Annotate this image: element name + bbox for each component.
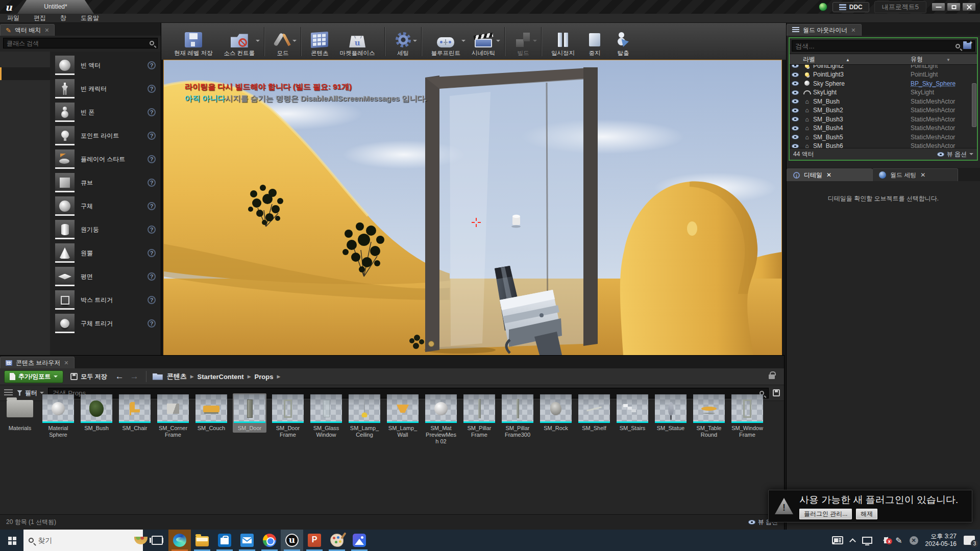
visibility-eye-icon[interactable] bbox=[792, 90, 799, 95]
tab-place-actors[interactable]: ✎ 액터 배치 ✕ bbox=[0, 24, 55, 36]
toolbar-button[interactable] bbox=[384, 27, 385, 56]
tab-world-outliner[interactable]: 월드 아웃라이너 ✕ bbox=[787, 24, 862, 36]
menu-item[interactable]: 창 bbox=[53, 14, 74, 22]
taskbar-app-button[interactable] bbox=[168, 530, 191, 551]
asset-tile[interactable]: SM_Bush bbox=[80, 393, 113, 433]
taskbar-app-button[interactable] bbox=[348, 530, 371, 551]
outliner-search-box[interactable] bbox=[792, 40, 975, 52]
close-button[interactable] bbox=[962, 3, 976, 11]
placeable-actor-item[interactable]: 포인트 라이트 bbox=[50, 124, 161, 147]
actor-type[interactable]: StaticMeshActor bbox=[911, 124, 977, 132]
outliner-row[interactable]: SM_Bush5 StaticMeshActor bbox=[790, 133, 977, 142]
help-icon[interactable] bbox=[148, 132, 156, 140]
visibility-eye-icon[interactable] bbox=[792, 81, 799, 86]
placeable-actor-item[interactable]: 평면 bbox=[50, 265, 161, 288]
tab-content-browser[interactable]: 콘텐츠 브라우저 ✕ bbox=[0, 357, 75, 368]
asset-tile[interactable]: SM_Chair bbox=[118, 393, 152, 433]
minimize-button[interactable] bbox=[932, 3, 945, 11]
tab-world-settings[interactable]: 월드 세팅 ✕ bbox=[872, 168, 958, 181]
menu-item[interactable]: 도움말 bbox=[74, 14, 106, 22]
outliner-row[interactable]: PointLight3 PointLight bbox=[790, 70, 977, 80]
placeable-actor-item[interactable]: 빈 액터 bbox=[50, 54, 161, 77]
toolbar-button[interactable] bbox=[504, 27, 505, 56]
asset-tile[interactable]: SM_Pillar Frame300 bbox=[501, 393, 534, 439]
outliner-search-input[interactable] bbox=[795, 42, 952, 50]
actor-type[interactable]: PointLight bbox=[911, 71, 977, 78]
toolbar-button[interactable] bbox=[421, 27, 422, 56]
toolbar-button[interactable] bbox=[264, 27, 265, 56]
help-icon[interactable] bbox=[148, 202, 156, 210]
toolbar-button[interactable]: 모드 bbox=[268, 24, 297, 59]
tab-close-icon[interactable]: ✕ bbox=[64, 360, 68, 366]
visibility-eye-icon[interactable] bbox=[792, 99, 799, 104]
lock-icon[interactable] bbox=[769, 374, 775, 379]
taskbar-app-button[interactable] bbox=[146, 530, 168, 551]
taskbar-app-button[interactable] bbox=[236, 530, 258, 551]
outliner-scrollbar[interactable] bbox=[972, 83, 976, 127]
actor-category[interactable] bbox=[0, 80, 50, 93]
actor-type[interactable]: StaticMeshActor bbox=[911, 134, 977, 141]
help-icon[interactable] bbox=[148, 296, 156, 304]
actor-type[interactable]: BP_Sky_Sphere bbox=[911, 80, 977, 87]
placeable-actor-item[interactable]: 빈 캐릭터 bbox=[50, 77, 161, 101]
manage-plugins-button[interactable]: 플러그인 관리... bbox=[799, 509, 852, 519]
toolbar-button[interactable] bbox=[301, 27, 302, 56]
asset-tile[interactable]: SM_Statue bbox=[654, 393, 688, 433]
help-icon[interactable] bbox=[148, 319, 156, 328]
breadcrumb-item[interactable]: 콘텐츠▶ bbox=[167, 372, 194, 381]
toolbar-button[interactable]: 소스 컨트롤 bbox=[218, 24, 260, 59]
toolbar-button[interactable]: 중지 bbox=[580, 24, 609, 59]
outliner-row[interactable]: PointLight2 PointLight bbox=[790, 65, 977, 70]
network-icon[interactable] bbox=[862, 537, 872, 544]
asset-tile[interactable]: SM_Door Frame bbox=[271, 393, 305, 439]
dropdown-caret-icon[interactable] bbox=[533, 40, 537, 44]
placeable-actor-item[interactable]: 구체 트리거 bbox=[50, 312, 161, 335]
asset-tile[interactable]: SM_Lamp_ Ceiling bbox=[348, 393, 381, 439]
actor-category[interactable] bbox=[0, 67, 50, 80]
taskbar-search-box[interactable] bbox=[23, 530, 143, 551]
placeable-actor-item[interactable]: 빈 폰 bbox=[50, 101, 161, 124]
asset-tile[interactable]: SM_Rock bbox=[539, 393, 573, 433]
taskbar-app-button[interactable] bbox=[191, 530, 213, 551]
taskbar-app-button[interactable] bbox=[326, 530, 348, 551]
help-icon[interactable] bbox=[148, 179, 156, 187]
forward-button[interactable]: → bbox=[129, 371, 140, 382]
taskbar-app-button[interactable] bbox=[213, 530, 236, 551]
pen-icon[interactable]: ✎ bbox=[895, 536, 902, 545]
placeable-actor-item[interactable]: 큐브 bbox=[50, 171, 161, 194]
menu-item[interactable]: 편집 bbox=[27, 14, 53, 22]
help-icon[interactable] bbox=[148, 226, 156, 234]
help-icon[interactable] bbox=[148, 272, 156, 281]
tab-details[interactable]: 디테일 ✕ bbox=[787, 168, 872, 181]
visibility-eye-icon[interactable] bbox=[792, 135, 799, 139]
dropdown-caret-icon[interactable] bbox=[292, 40, 297, 44]
clock[interactable]: 오후 3:27 2024-05-16 bbox=[925, 533, 957, 548]
help-icon[interactable] bbox=[148, 108, 156, 116]
tab-close-icon[interactable]: ✕ bbox=[920, 171, 925, 179]
tab-close-icon[interactable]: ✕ bbox=[851, 27, 855, 34]
asset-tile[interactable]: SM_Shelf bbox=[577, 393, 611, 433]
actor-type[interactable]: StaticMeshActor bbox=[911, 142, 977, 148]
dismiss-button[interactable]: 해제 bbox=[856, 509, 877, 519]
toolbar-button[interactable]: 현재 레벨 저장 bbox=[168, 24, 218, 59]
placeable-actor-item[interactable]: 구체 bbox=[50, 194, 161, 218]
asset-tile[interactable]: SM_Lamp_ Wall bbox=[386, 393, 420, 439]
toolbar-button[interactable]: 일시정지 bbox=[546, 24, 580, 59]
outliner-row[interactable]: SkyLight SkyLight bbox=[790, 88, 977, 97]
toolbar-button[interactable]: 빌드 bbox=[509, 24, 537, 59]
placeable-actor-item[interactable]: 원기둥 bbox=[50, 218, 161, 241]
asset-tile[interactable]: SM_Table Round bbox=[692, 393, 726, 439]
visibility-eye-icon[interactable] bbox=[792, 126, 799, 131]
visibility-eye-icon[interactable] bbox=[792, 144, 799, 148]
add-import-button[interactable]: 추가/임포트 bbox=[4, 370, 63, 383]
class-search-box[interactable] bbox=[3, 38, 158, 48]
visibility-eye-icon[interactable] bbox=[792, 108, 799, 113]
dropdown-caret-icon[interactable] bbox=[461, 40, 465, 44]
asset-tile[interactable]: SM_Mat PreviewMesh 02 bbox=[424, 393, 458, 446]
asset-tile[interactable]: SM_Glass Window bbox=[309, 393, 343, 439]
toolbar-button[interactable]: 탈출 bbox=[609, 24, 638, 59]
asset-tile[interactable]: SM_Pillar Frame bbox=[462, 393, 496, 439]
new-folder-icon[interactable] bbox=[963, 43, 971, 49]
outliner-row[interactable]: Sky Sphere BP_Sky_Sphere bbox=[790, 79, 977, 88]
help-icon[interactable] bbox=[148, 85, 156, 93]
